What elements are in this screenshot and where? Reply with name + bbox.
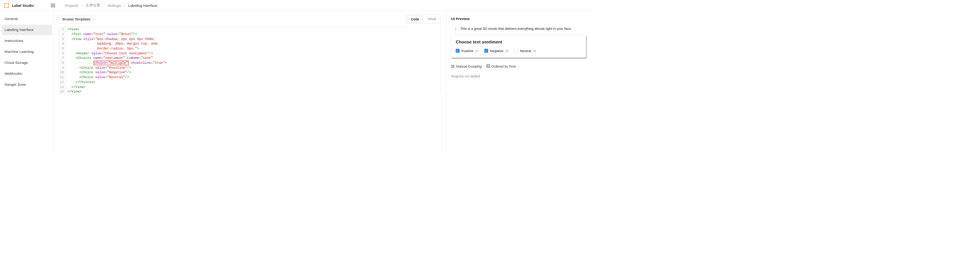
code-line[interactable]: 6 <Header value="Choose text sentiment"/… bbox=[59, 51, 441, 56]
code-content[interactable]: </View> bbox=[66, 90, 81, 95]
line-number: 5 bbox=[59, 46, 66, 51]
code-content[interactable]: <Choice value="Neutral"/> bbox=[66, 75, 129, 80]
choice-hotkey: [3] bbox=[533, 49, 536, 52]
view-toggle: Code Visual bbox=[406, 15, 441, 24]
choices-row: Positive[1]Negative[2]Neutral[3] bbox=[455, 49, 581, 52]
settings-sidebar: GeneralLabeling InterfaceInstructionsMac… bbox=[0, 11, 54, 155]
code-content[interactable]: choice="multiple" showInline="true"> bbox=[66, 61, 167, 66]
grid-icon bbox=[487, 65, 490, 68]
line-number: 7 bbox=[59, 56, 66, 61]
checkbox-icon[interactable] bbox=[484, 49, 488, 52]
line-number: 3 bbox=[59, 36, 66, 41]
choice-hotkey: [2] bbox=[506, 49, 508, 52]
code-content[interactable]: <View style="box-shadow: 2px 2px 5px #99… bbox=[66, 36, 155, 41]
highlighted-attr: choice="multiple" bbox=[94, 61, 129, 65]
sentiment-card: Choose text sentiment Positive[1]Negativ… bbox=[451, 35, 586, 58]
line-number: 14 bbox=[59, 90, 66, 95]
code-line[interactable]: 7 <Choices name="sentiment" toName="text… bbox=[59, 56, 441, 61]
code-line[interactable]: 2 <Text name="text" value="$text"/> bbox=[59, 32, 441, 37]
sample-index: 1 bbox=[454, 27, 457, 31]
sample-row: 1 This is a great 3D movie that delivers… bbox=[451, 27, 586, 31]
code-line[interactable]: 9 <Choice value="Positive"/> bbox=[59, 65, 441, 70]
code-content[interactable]: <View> bbox=[66, 27, 80, 32]
menu-icon[interactable] bbox=[50, 3, 56, 8]
preview-title: UI Preview bbox=[451, 17, 586, 21]
sidebar-item-instructions[interactable]: Instructions bbox=[2, 35, 52, 46]
code-content[interactable]: </Choices> bbox=[66, 80, 95, 85]
list-icon bbox=[451, 65, 455, 68]
choice-positive[interactable]: Positive[1] bbox=[455, 49, 478, 52]
choice-label: Neutral bbox=[520, 49, 531, 52]
code-line[interactable]: 8 choice="multiple" showInline="true"> bbox=[59, 61, 441, 66]
app-name: Label Studio bbox=[12, 3, 34, 8]
code-line[interactable]: 14</View> bbox=[59, 90, 441, 95]
code-content[interactable]: <Header value="Choose text sentiment"/> bbox=[66, 51, 153, 56]
choice-label: Negative bbox=[490, 49, 504, 52]
breadcrumb: Projects / 文本分类 / Settings / Labeling In… bbox=[65, 3, 158, 8]
line-number: 6 bbox=[59, 51, 66, 56]
line-number: 2 bbox=[59, 32, 66, 37]
code-line[interactable]: 5 border-radius: 5px;"> bbox=[59, 46, 441, 51]
code-line[interactable]: 13 </View> bbox=[59, 85, 441, 90]
topbar: Label Studio Projects / 文本分类 / Settings … bbox=[0, 0, 592, 11]
line-number: 12 bbox=[59, 80, 66, 85]
svg-rect-4 bbox=[8, 7, 9, 8]
grouping-row: Manual Grouping Ordered by Time ↑ bbox=[451, 64, 586, 73]
ordered-by-time-label: Ordered by Time bbox=[492, 65, 516, 68]
code-content[interactable]: <Choice value="Negative"/> bbox=[66, 70, 131, 75]
editor-pane: Browse Templates Code Visual 1<View>2 <T… bbox=[54, 11, 447, 155]
code-content[interactable]: <Choices name="sentiment" toName="text" bbox=[66, 56, 153, 61]
code-content[interactable]: <Choice value="Positive"/> bbox=[66, 65, 131, 70]
code-content[interactable]: <Text name="text" value="$text"/> bbox=[66, 32, 137, 37]
sidebar-item-machine-learning[interactable]: Machine Learning bbox=[2, 46, 52, 57]
code-content[interactable]: padding: 20px; margin-top: 2em; bbox=[66, 41, 159, 46]
line-number: 1 bbox=[59, 27, 66, 32]
toggle-code[interactable]: Code bbox=[407, 16, 423, 23]
line-number: 13 bbox=[59, 85, 66, 90]
sidebar-item-cloud-storage[interactable]: Cloud Storage bbox=[2, 57, 52, 68]
line-number: 11 bbox=[59, 75, 66, 80]
crumb-current: Labeling Interface bbox=[128, 3, 158, 8]
breadcrumb-sep: / bbox=[81, 3, 83, 8]
code-content[interactable]: </View> bbox=[66, 85, 86, 90]
sidebar-item-danger-zone[interactable]: Danger Zone bbox=[2, 79, 52, 90]
svg-rect-2 bbox=[8, 3, 9, 4]
code-line[interactable]: 1<View> bbox=[59, 27, 441, 32]
crumb-settings[interactable]: Settings bbox=[107, 3, 121, 8]
preview-pane: UI Preview 1 This is a great 3D movie th… bbox=[447, 11, 592, 155]
code-line[interactable]: 4 padding: 20px; margin-top: 2em; bbox=[59, 41, 441, 46]
regions-empty: Regions not added bbox=[451, 73, 586, 78]
svg-rect-1 bbox=[4, 3, 5, 4]
sample-text: This is a great 3D movie that delivers e… bbox=[460, 27, 572, 31]
manual-grouping[interactable]: Manual Grouping bbox=[451, 65, 481, 68]
sidebar-item-labeling-interface[interactable]: Labeling Interface bbox=[2, 25, 52, 35]
svg-rect-3 bbox=[4, 7, 5, 8]
checkbox-icon[interactable] bbox=[455, 49, 459, 52]
checkbox-icon[interactable] bbox=[514, 49, 518, 52]
code-line[interactable]: 10 <Choice value="Negative"/> bbox=[59, 70, 441, 75]
line-number: 8 bbox=[59, 61, 66, 66]
code-content[interactable]: border-radius: 5px;"> bbox=[66, 46, 139, 51]
ordered-by-time[interactable]: Ordered by Time ↑ bbox=[487, 65, 520, 68]
line-number: 10 bbox=[59, 70, 66, 75]
breadcrumb-sep: / bbox=[124, 3, 125, 8]
sort-arrow-icon: ↑ bbox=[518, 65, 520, 68]
crumb-projects[interactable]: Projects bbox=[65, 3, 78, 8]
line-number: 9 bbox=[59, 65, 66, 70]
choice-neutral[interactable]: Neutral[3] bbox=[514, 49, 536, 52]
crumb-project-name[interactable]: 文本分类 bbox=[86, 3, 100, 8]
browse-templates-button[interactable]: Browse Templates bbox=[59, 15, 94, 23]
code-line[interactable]: 11 <Choice value="Neutral"/> bbox=[59, 75, 441, 80]
code-editor[interactable]: 1<View>2 <Text name="text" value="$text"… bbox=[59, 27, 441, 95]
sidebar-item-general[interactable]: General bbox=[2, 14, 52, 24]
line-number: 4 bbox=[59, 41, 66, 46]
toggle-visual[interactable]: Visual bbox=[424, 16, 440, 23]
sidebar-item-webhooks[interactable]: Webhooks bbox=[2, 68, 52, 79]
code-line[interactable]: 12 </Choices> bbox=[59, 80, 441, 85]
choice-negative[interactable]: Negative[2] bbox=[484, 49, 509, 52]
breadcrumb-sep: / bbox=[103, 3, 105, 8]
manual-grouping-label: Manual Grouping bbox=[456, 65, 482, 68]
logo-icon bbox=[4, 3, 9, 8]
choice-label: Positive bbox=[461, 49, 473, 52]
code-line[interactable]: 3 <View style="box-shadow: 2px 2px 5px #… bbox=[59, 36, 441, 41]
